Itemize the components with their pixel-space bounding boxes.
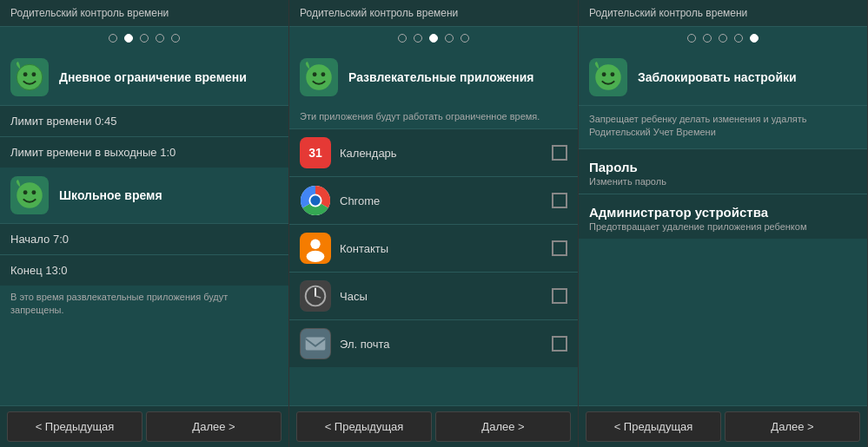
clock-name: Часы [340, 290, 543, 303]
email-icon [300, 328, 331, 359]
school-end[interactable]: Конец 13:0 [0, 254, 288, 286]
svg-point-8 [313, 72, 317, 76]
contacts-checkbox[interactable] [552, 240, 567, 256]
panel1-hero1: Дневное ограничение времени [0, 49, 288, 105]
svg-point-15 [307, 251, 325, 262]
chrome-name: Chrome [340, 194, 543, 207]
panel-1: Родительский контроль времени Дневное ог… [0, 0, 289, 447]
svg-point-23 [602, 72, 606, 76]
dot2-2 [414, 34, 422, 43]
panel3-hero: Заблокировать настройки [579, 49, 867, 105]
app-item-chrome[interactable]: Chrome [289, 176, 578, 224]
dot2-4 [445, 34, 454, 43]
panel3-dots [579, 27, 867, 49]
hero3-icon [300, 58, 338, 96]
dot2-1 [398, 34, 407, 43]
email-name: Эл. почта [340, 338, 543, 351]
clock-checkbox[interactable] [552, 288, 567, 304]
panel1-footer-note: В это время развлекательные приложения б… [0, 286, 288, 323]
hero4-icon [589, 58, 627, 96]
chrome-checkbox[interactable] [552, 193, 567, 208]
panel3-content: Пароль Изменить пароль Администратор уст… [579, 148, 867, 405]
panel2-header: Родительский контроль времени [289, 0, 578, 27]
panel1-next-button[interactable]: Далее > [146, 411, 282, 442]
dot-2 [124, 34, 133, 43]
panel1-prev-button[interactable]: < Предыдущая [7, 411, 142, 442]
svg-point-4 [17, 182, 42, 207]
dot-5 [171, 34, 180, 43]
hero2-title: Школьное время [59, 187, 162, 203]
hero4-title: Заблокировать настройки [638, 69, 797, 85]
calendar-checkbox[interactable] [552, 145, 567, 161]
hero1-icon [10, 58, 49, 96]
svg-point-14 [310, 240, 320, 249]
dot3-5 [750, 34, 759, 43]
app-item-email[interactable]: Эл. почта [289, 319, 578, 367]
panel3-header: Родительский контроль времени [579, 0, 867, 27]
panel1-dots [0, 27, 288, 49]
panel2-dots [289, 27, 578, 49]
dot3-1 [687, 34, 696, 43]
panel3-next-button[interactable]: Далее > [725, 411, 860, 442]
panel1-footer: < Предыдущая Далее > [0, 405, 288, 447]
panel2-next-button[interactable]: Далее > [435, 411, 571, 442]
panel2-prev-button[interactable]: < Предыдущая [296, 411, 432, 442]
dot-3 [140, 34, 149, 43]
contacts-icon [300, 233, 331, 264]
svg-point-22 [595, 64, 620, 89]
admin-sub: Предотвращает удаление приложения ребенк… [589, 221, 857, 232]
panel2-desc: Эти приложения будут работать ограниченн… [289, 105, 578, 128]
panel3-desc: Запрещает ребенку делать изменения и уда… [579, 105, 867, 148]
svg-point-5 [23, 190, 28, 194]
hero1-title: Дневное ограничение времени [59, 69, 247, 85]
panel-3: Родительский контроль времени Заблокиров… [579, 0, 868, 447]
clock-icon [300, 280, 331, 312]
admin-title: Администратор устройства [589, 205, 857, 220]
school-start[interactable]: Начало 7:0 [0, 223, 288, 254]
password-title: Пароль [589, 160, 857, 174]
dot3-4 [734, 34, 743, 43]
svg-rect-21 [306, 338, 326, 351]
dot-1 [109, 34, 117, 43]
app-item-calendar[interactable]: 31 Календарь [289, 128, 578, 176]
svg-point-24 [610, 72, 614, 76]
contacts-name: Контакты [340, 242, 543, 255]
hero2-icon [10, 176, 49, 214]
limit-time-1[interactable]: Лимит времени 0:45 [0, 105, 288, 136]
panel2-content: 31 Календарь Chrome [289, 128, 578, 405]
app-item-clock[interactable]: Часы [289, 272, 578, 319]
chrome-icon [300, 185, 331, 216]
svg-point-9 [321, 72, 325, 76]
panel3-footer: < Предыдущая Далее > [579, 405, 867, 447]
panel-2: Родительский контроль времени Развлекате… [289, 0, 579, 447]
calendar-name: Календарь [340, 147, 543, 160]
svg-point-6 [31, 190, 36, 194]
dot3-2 [703, 34, 712, 43]
password-sub: Изменить пароль [589, 176, 857, 187]
panel2-footer: < Предыдущая Далее > [289, 405, 578, 447]
dot-4 [156, 34, 164, 43]
svg-point-2 [31, 72, 36, 76]
settings-admin[interactable]: Администратор устройства Предотвращает у… [579, 194, 867, 239]
panel1-hero2: Школьное время [0, 168, 288, 223]
limit-time-2[interactable]: Лимит времени в выходные 1:0 [0, 136, 288, 168]
panel3-prev-button[interactable]: < Предыдущая [586, 411, 721, 442]
svg-point-12 [310, 196, 320, 206]
hero3-title: Развлекательные приложения [348, 69, 533, 85]
settings-password[interactable]: Пароль Изменить пароль [579, 148, 867, 194]
calendar-icon: 31 [300, 137, 331, 168]
svg-point-7 [306, 64, 331, 89]
email-checkbox[interactable] [552, 336, 567, 352]
svg-point-1 [23, 72, 28, 76]
panel2-hero: Развлекательные приложения [289, 49, 578, 105]
dot2-5 [461, 34, 469, 43]
dot3-3 [719, 34, 727, 43]
app-item-contacts[interactable]: Контакты [289, 224, 578, 272]
dot2-3 [429, 34, 438, 43]
panel1-header: Родительский контроль времени [0, 0, 288, 27]
panel1-content: Лимит времени 0:45 Лимит времени в выход… [0, 105, 288, 405]
